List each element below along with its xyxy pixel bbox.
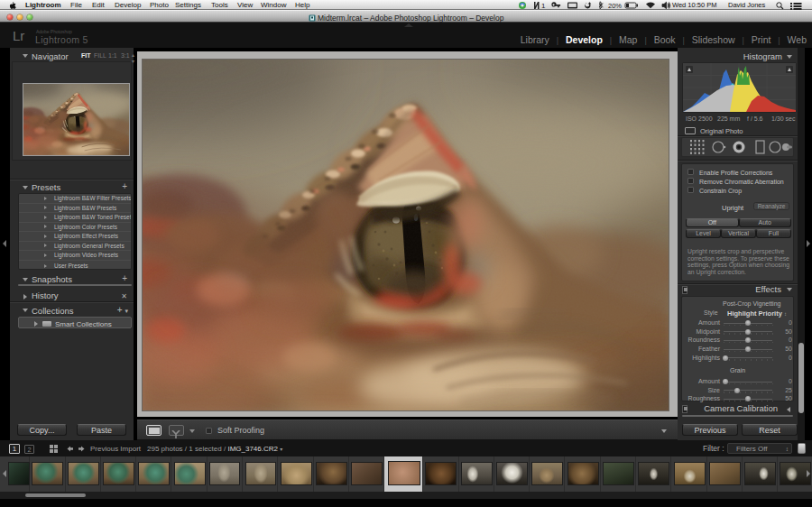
svg-text:1: 1 bbox=[541, 2, 546, 10]
svg-text:20%: 20% bbox=[608, 2, 622, 10]
